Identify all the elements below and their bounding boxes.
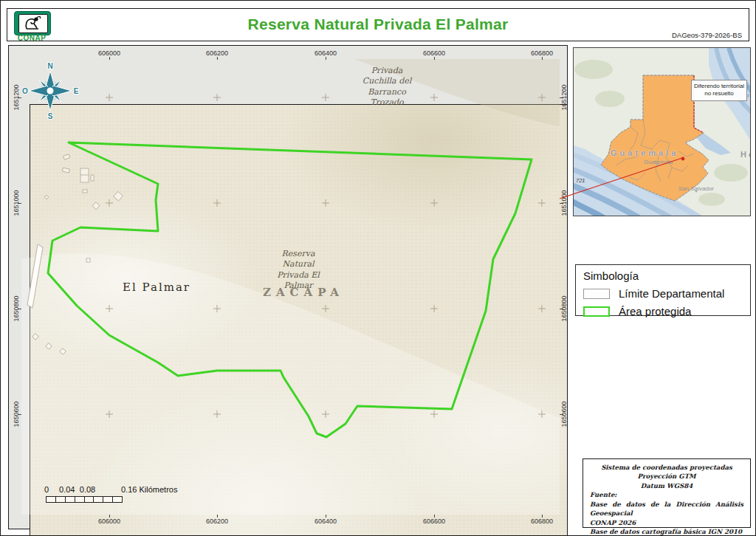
frame-tick — [18, 414, 21, 415]
compass-rose-icon: N E S O — [22, 62, 79, 120]
inset-map-graphic — [574, 48, 751, 216]
coord-bottom: 606800 — [531, 518, 553, 525]
label-el-palmar: El Palmar — [123, 281, 190, 294]
protected-area-swatch — [583, 306, 610, 317]
conap-logo-text: CONAP — [13, 34, 50, 42]
coord-bottom: 606600 — [423, 518, 445, 525]
reserve-location-marker — [681, 157, 685, 161]
datum-line: Datum WGS84 — [590, 481, 743, 490]
frame-tick — [560, 414, 563, 415]
inset-honduras-partial-label: Ho — [740, 150, 751, 159]
inset-city-guatemala: Guatemala — [644, 159, 673, 165]
scale-label: 0.08 — [80, 485, 95, 494]
coord-top: 606200 — [206, 49, 228, 57]
frame-tick — [560, 203, 563, 204]
locator-inset-map: Guatemala Guatemala San Salvador Ho 721 … — [573, 47, 751, 216]
inset-country-label: Guatemala — [611, 148, 678, 157]
label-reserva: Reserva Natural Privada El Palmar — [275, 249, 322, 291]
inset-number-label: 721 — [576, 177, 585, 184]
coord-bottom: 606400 — [315, 518, 337, 525]
header-bar: CONAP Reserva Natural Privada El Palmar … — [7, 8, 749, 41]
scale-bar: 0 0.04 0.08 0.16 Kilómetros — [38, 485, 200, 509]
frame-tick — [560, 309, 563, 309]
compass-west-label: O — [22, 87, 28, 95]
legend-item-limite: Límite Departamental — [583, 287, 743, 300]
coord-top: 606000 — [98, 49, 120, 57]
crs-line: Sistema de coordenadas proyectadas — [590, 463, 743, 472]
inset-city-san-salvador: San Salvador — [678, 185, 714, 192]
coord-bottom: 606200 — [206, 518, 228, 525]
legend: Simbología Límite Departamental Área pro… — [575, 264, 751, 316]
scale-bar-cells — [47, 496, 123, 503]
projection-line: Proyección GTM — [590, 472, 743, 481]
compass-south-label: S — [48, 112, 53, 120]
compass-north-label: N — [47, 62, 52, 70]
frame-tick — [18, 203, 21, 204]
source-line-1: Base de datos de la Dirección Análisis G… — [590, 500, 743, 518]
source-line-2: CONAP 2026 — [590, 518, 743, 527]
scale-label: 0.04 — [59, 485, 75, 494]
frame-tick — [18, 309, 21, 309]
map-sheet: CONAP Reserva Natural Privada El Palmar … — [0, 0, 756, 536]
legend-title: Simbología — [583, 269, 743, 282]
coord-bottom: 606000 — [98, 518, 120, 525]
frame-tick — [18, 97, 21, 98]
source-line-3: Base de datos cartografía básica IGN 201… — [590, 527, 743, 536]
frame-tick — [560, 97, 563, 98]
label-departamento-zacapa: ZACAPA — [263, 286, 344, 299]
source-info-box: Sistema de coordenadas proyectadas Proye… — [583, 458, 751, 528]
coord-top: 606800 — [531, 49, 553, 57]
legend-item-area: Área protegida — [583, 305, 743, 317]
departmental-boundary-swatch — [583, 289, 610, 299]
coord-top: 606600 — [423, 49, 445, 57]
document-code: DAGeos-379-2026-BS — [672, 31, 742, 39]
label-finca-privada: Privada Cuchilla del Barranco Trozado — [360, 66, 413, 108]
page-title: Reserva Natural Privada El Palmar — [7, 16, 749, 33]
scale-label: 0 — [44, 485, 49, 494]
source-heading: Fuente: — [590, 490, 743, 499]
coord-top: 606400 — [315, 49, 337, 57]
compass-east-label: E — [74, 87, 79, 95]
territorial-note: Diferendo territorial no resuelto — [691, 80, 747, 101]
scale-label: 0.16 Kilómetros — [121, 485, 177, 494]
